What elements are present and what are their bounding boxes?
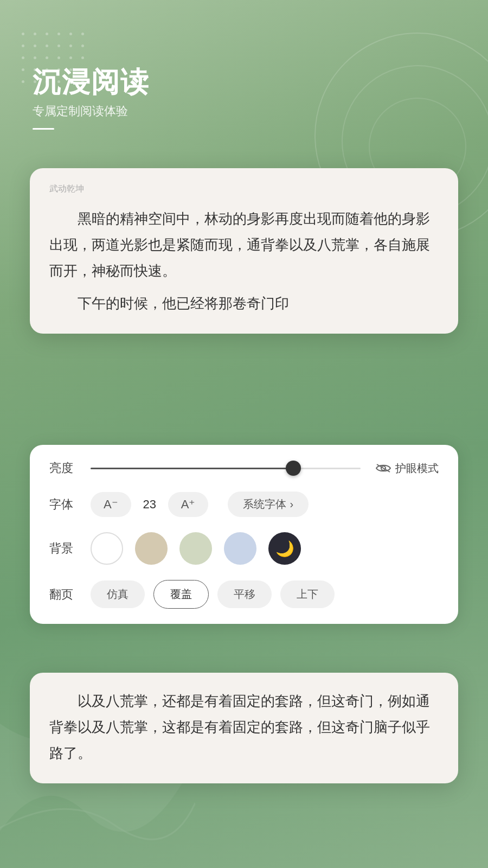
background-white[interactable] (91, 532, 123, 565)
eye-mode-toggle[interactable]: 护眼模式 (376, 461, 439, 476)
slider-fill (91, 468, 293, 469)
brightness-slider-container (91, 468, 361, 469)
pageturn-simulate-button[interactable]: 仿真 (91, 580, 145, 608)
pageturn-vertical-button[interactable]: 上下 (280, 580, 335, 608)
brightness-row: 亮度 护眼模式 (49, 460, 439, 476)
chevron-right-icon: › (290, 498, 293, 510)
page-title: 沉浸阅读 (33, 65, 150, 99)
background-label: 背景 (49, 540, 82, 557)
pageturn-row: 翻页 仿真 覆盖 平移 上下 (49, 580, 439, 609)
bottom-reading-text: 以及八荒掌，还都是有着固定的套路，但这奇门，例如通背拳以及八荒掌，这都是有着固定… (49, 688, 439, 766)
background-light-blue[interactable] (224, 532, 256, 565)
background-options: 🌙 (91, 532, 301, 565)
eye-mode-label: 护眼模式 (395, 461, 439, 476)
reading-card-bottom: 以及八荒掌，还都是有着固定的套路，但这奇门，例如通背拳以及八荒掌，这都是有着固定… (30, 673, 458, 783)
eye-icon (376, 463, 391, 473)
header-section: 沉浸阅读 专属定制阅读体验 (33, 65, 150, 130)
pageturn-cover-button[interactable]: 覆盖 (153, 580, 209, 609)
slider-thumb[interactable] (286, 461, 301, 476)
pageturn-label: 翻页 (49, 586, 82, 603)
moon-icon: 🌙 (275, 540, 294, 558)
brightness-label: 亮度 (49, 460, 82, 476)
reading-paragraph-1: 黑暗的精神空间中，林动的身影再度出现而随着他的身影出现，两道光影也是紧随而现，通… (49, 206, 439, 284)
book-title: 武动乾坤 (49, 183, 439, 195)
font-family-button[interactable]: 系统字体 › (228, 492, 309, 517)
background-beige[interactable] (135, 532, 168, 565)
page-subtitle: 专属定制阅读体验 (33, 103, 150, 119)
background-dark[interactable]: 🌙 (268, 532, 301, 565)
pageturn-slide-button[interactable]: 平移 (217, 580, 272, 608)
font-decrease-button[interactable]: A⁻ (91, 492, 131, 517)
header-divider (33, 128, 54, 130)
background-row: 背景 🌙 (49, 532, 439, 565)
settings-panel: 亮度 护眼模式 字体 A⁻ 23 A⁺ (30, 445, 458, 624)
font-controls: A⁻ 23 A⁺ 系统字体 › (91, 492, 309, 517)
background-light-green[interactable] (179, 532, 212, 565)
reading-card-top: 武动乾坤 黑暗的精神空间中，林动的身影再度出现而随着他的身影出现，两道光影也是紧… (30, 168, 458, 334)
font-family-label: 系统字体 (243, 497, 286, 512)
pageturn-options: 仿真 覆盖 平移 上下 (91, 580, 335, 609)
background: 沉浸阅读 专属定制阅读体验 武动乾坤 黑暗的精神空间中，林动的身影再度出现而随着… (0, 0, 488, 868)
font-size-value: 23 (140, 497, 159, 512)
slider-track (91, 468, 361, 469)
font-increase-button[interactable]: A⁺ (168, 492, 209, 517)
font-row: 字体 A⁻ 23 A⁺ 系统字体 › (49, 492, 439, 517)
reading-paragraph-2: 下午的时候，他已经将那卷奇门印 (49, 290, 439, 316)
font-label: 字体 (49, 496, 82, 513)
